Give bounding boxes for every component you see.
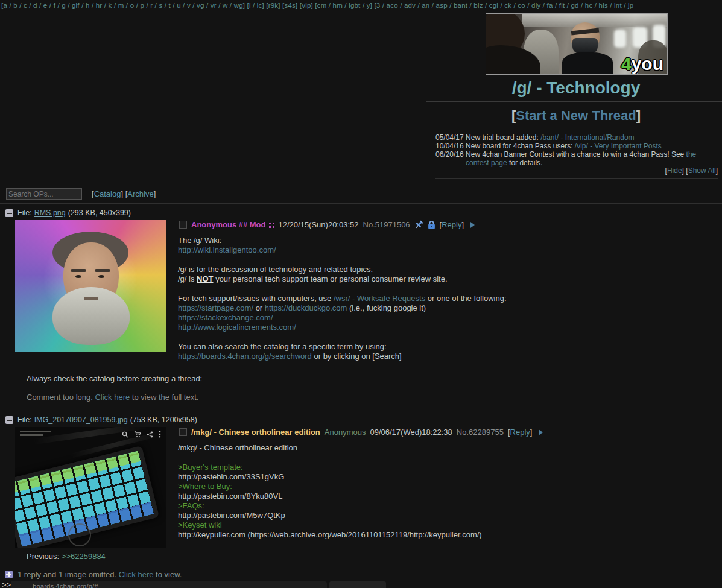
thread-thumbnail-keyboard[interactable]: [15, 427, 166, 548]
post-text-line: You can also search the catalog for a sp…: [178, 342, 715, 352]
divider: [0, 203, 722, 204]
post-link-installgentoo[interactable]: http://wiki.installgentoo.com/: [178, 245, 276, 254]
post-number[interactable]: No.51971506: [363, 220, 410, 229]
reply-link[interactable]: Reply: [510, 428, 530, 437]
banner-text-you: you: [632, 54, 663, 74]
thumbnail-art-brow: [71, 269, 86, 272]
expand-thread-icon[interactable]: [5, 571, 13, 578]
news-show-all-link[interactable]: Show All: [688, 166, 716, 175]
reply-control: [Reply]: [508, 428, 533, 437]
file-label: File:: [17, 416, 32, 424]
search-row: [Catalog] [Archive]: [6, 188, 156, 200]
thumbnail-art-eye: [75, 275, 81, 278]
post-link-searchword[interactable]: https://boards.4chan.org/g/searchword: [178, 352, 312, 361]
blank-line: [178, 255, 715, 265]
truncated-text: Comment too long.: [27, 393, 95, 402]
news-date: 06/20/16: [435, 150, 464, 159]
post-text: /g/ is: [178, 274, 197, 283]
blank-line: [178, 332, 715, 342]
mod-capcode-icon: [269, 222, 274, 227]
search-input[interactable]: [6, 188, 82, 200]
thumbnail-art-brow: [95, 269, 110, 272]
previous-thread-line: Previous: >>62259884: [27, 552, 106, 561]
post-link-stackexchange[interactable]: https://stackexchange.com/: [178, 313, 273, 322]
mod-dots-glyph: [269, 223, 271, 224]
board-nav[interactable]: [a / b / c / d / e / f / g / gif / h / h…: [1, 2, 722, 9]
omitted-text: 1 reply and 1 image omitted. Click here …: [17, 570, 182, 579]
divider: [435, 128, 718, 128]
thread-thumbnail-rms[interactable]: [15, 220, 166, 352]
file-name-link[interactable]: IMG_20170907_081959.jpg: [34, 416, 128, 424]
banner-art-window: [614, 30, 626, 48]
post-link-startpage[interactable]: https://startpage.com/: [178, 303, 253, 312]
magnifier-icon: [122, 431, 128, 438]
blank-line: [178, 284, 715, 294]
file-name-link[interactable]: RMS.png: [34, 209, 66, 217]
news-hide-link[interactable]: Hide: [667, 166, 682, 175]
news-text: New trial board added:: [464, 133, 540, 142]
collapse-thread-icon[interactable]: [5, 209, 13, 217]
post-menu-arrow-icon[interactable]: [470, 222, 475, 228]
greentext-line: >FAQs:: [178, 501, 715, 511]
news-date: 05/04/17: [435, 133, 464, 142]
post-number[interactable]: No.62289755: [457, 428, 504, 437]
omitted-notice: 1 reply and 1 image omitted. Click here …: [5, 570, 182, 579]
post-text: or one of the following:: [425, 294, 506, 303]
news-text: New 4chan Banner Contest with a chance t…: [464, 150, 686, 159]
news-link-vip[interactable]: /vip/ - Very Important Posts: [575, 142, 662, 150]
thumbnail-art-textbar: [20, 431, 51, 432]
collapse-thread-icon[interactable]: [5, 416, 13, 424]
thumbnail-art-dial: [68, 523, 91, 546]
post-text-line: /g/ is NOT your personal tech support te…: [178, 274, 715, 284]
bracket: ]: [530, 428, 533, 437]
banner-art-bane-mask: [572, 38, 598, 54]
post-text-line: http://keypuller.com (https://web.archiv…: [178, 530, 715, 540]
bracket: ]: [716, 166, 718, 175]
previous-label: Previous:: [27, 552, 62, 561]
greentext-line: >Keyset wiki: [178, 520, 715, 530]
bracket: ]: [121, 189, 123, 198]
post-text-line: The /g/ Wiki:: [178, 236, 715, 245]
post-message: /mkg/ - Chinese ortholinear edition >Buy…: [178, 443, 715, 540]
news-item: 10/04/16 New board for 4chan Pass users:…: [435, 142, 719, 150]
post-header: /mkg/ - Chinese ortholinear edition Anon…: [179, 428, 543, 437]
post-text: For tech support/issues with computers, …: [178, 294, 334, 303]
tooltip-fragment: [329, 581, 386, 588]
cart-icon: [134, 431, 141, 438]
truncated-click-here-link[interactable]: Click here: [95, 393, 130, 402]
omitted-click-here-link[interactable]: Click here: [119, 570, 154, 579]
post-text-line: http://pastebin.com/8Yku80VL: [178, 492, 715, 501]
file-info: File: IMG_20170907_081959.jpg (753 KB, 1…: [5, 416, 197, 424]
poster-name: Anonymous ## Mod: [191, 220, 266, 229]
start-new-thread-link[interactable]: Start a New Thread: [516, 108, 636, 123]
post-link-logicalincrements[interactable]: http://www.logicalincrements.com/: [178, 323, 296, 332]
greentext-line: >Buyer's template:: [178, 463, 715, 472]
post-text-line: https://stackexchange.com/: [178, 313, 715, 323]
board-title: /g/ - Technology: [425, 78, 722, 98]
banner-art-ceiling: [522, 14, 667, 27]
post-link-wsr[interactable]: /wsr/ - Worksafe Requests: [334, 294, 425, 303]
minus-glyph: [7, 420, 12, 421]
index-links: [Catalog] [Archive]: [92, 189, 156, 198]
news-link-bant[interactable]: /bant/ - International/Random: [540, 133, 634, 142]
post-text-line: https://boards.4chan.org/g/searchword or…: [178, 352, 715, 361]
post-link-duckduckgo[interactable]: https://duckduckgo.com: [265, 303, 347, 312]
file-info: File: RMS.png (293 KB, 450x399): [5, 209, 131, 217]
share-icon: [147, 431, 153, 438]
archive-link[interactable]: Archive: [127, 189, 153, 198]
truncated-text: to view the full text.: [130, 393, 198, 402]
thumbnail-overlay-icons: [122, 431, 161, 438]
catalog-link[interactable]: Catalog: [94, 189, 121, 198]
previous-thread-quotelink[interactable]: >>62259884: [62, 552, 106, 561]
news-item: 06/20/16 New 4chan Banner Contest with a…: [435, 150, 719, 167]
news-date: 10/04/16: [435, 142, 464, 150]
sticky-pin-icon: [414, 220, 423, 229]
post-menu-arrow-icon[interactable]: [539, 429, 543, 435]
post-checkbox[interactable]: [179, 221, 187, 229]
post-checkbox[interactable]: [179, 428, 187, 436]
reply-link[interactable]: Reply: [442, 220, 461, 229]
post-date: 09/06/17(Wed)18:22:38: [370, 428, 452, 437]
post-text-line: https://startpage.com/ or https://duckdu…: [178, 303, 715, 313]
post-date: 12/20/15(Sun)20:03:52: [279, 220, 359, 229]
tooltip-url-text: boards.4chan.org/g/#: [33, 583, 98, 588]
